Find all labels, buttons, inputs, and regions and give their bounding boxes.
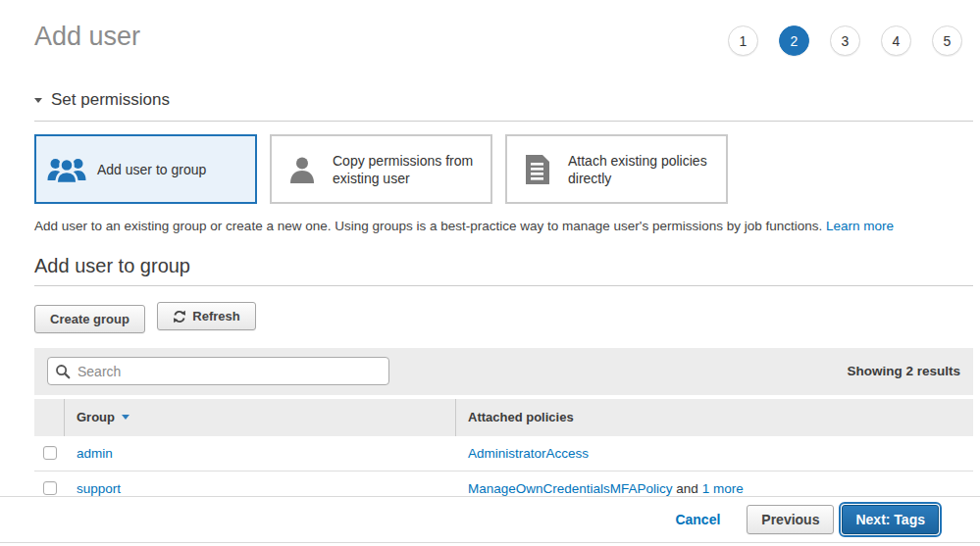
cancel-link[interactable]: Cancel bbox=[675, 512, 720, 527]
set-permissions-header[interactable]: Set permissions bbox=[34, 90, 973, 122]
policy-link[interactable]: AdministratorAccess bbox=[468, 446, 589, 461]
group-actions: Create group Refresh bbox=[34, 302, 973, 333]
option-add-user-to-group[interactable]: Add user to group bbox=[34, 134, 257, 204]
step-2-active[interactable]: 2 bbox=[779, 25, 809, 56]
description-text: Add user to an existing group or create … bbox=[34, 219, 826, 233]
page-header: Add user 1 2 3 4 5 bbox=[0, 0, 980, 78]
results-count: Showing 2 results bbox=[847, 364, 960, 378]
groups-table: Showing 2 results Group Attached policie… bbox=[34, 348, 973, 507]
document-icon bbox=[507, 155, 568, 184]
group-icon bbox=[36, 155, 97, 184]
more-policies-link[interactable]: 1 more bbox=[702, 481, 744, 496]
option-copy-permissions[interactable]: Copy permissions from existing user bbox=[270, 134, 492, 204]
group-name-link[interactable]: admin bbox=[77, 446, 113, 461]
option-label: Add user to group bbox=[97, 161, 214, 178]
user-icon bbox=[272, 155, 333, 184]
previous-button[interactable]: Previous bbox=[747, 505, 834, 534]
refresh-button[interactable]: Refresh bbox=[157, 302, 255, 330]
wizard-footer: Cancel Previous Next: Tags bbox=[0, 496, 980, 543]
wizard-steps: 1 2 3 4 5 bbox=[728, 25, 962, 56]
row-checkbox[interactable] bbox=[43, 446, 57, 460]
table-row-admin: admin AdministratorAccess bbox=[34, 436, 973, 472]
learn-more-link[interactable]: Learn more bbox=[826, 219, 894, 233]
policy-connector: and bbox=[673, 481, 702, 496]
search-input[interactable] bbox=[47, 357, 389, 385]
step-1[interactable]: 1 bbox=[728, 25, 758, 56]
page-title: Add user bbox=[34, 22, 140, 52]
table-toolbar: Showing 2 results bbox=[34, 348, 973, 395]
collapse-caret-icon bbox=[34, 98, 42, 103]
column-header-attached-policies: Attached policies bbox=[456, 399, 973, 436]
permission-option-cards: Add user to group Copy permissions from … bbox=[34, 134, 973, 204]
search-wrap bbox=[47, 357, 389, 385]
policies-column-label: Attached policies bbox=[468, 410, 574, 424]
step-3[interactable]: 3 bbox=[830, 25, 860, 56]
step-4[interactable]: 4 bbox=[881, 25, 911, 56]
group-name-link[interactable]: support bbox=[77, 481, 121, 496]
refresh-label: Refresh bbox=[192, 309, 239, 323]
set-permissions-title: Set permissions bbox=[51, 90, 170, 110]
add-user-to-group-heading: Add user to group bbox=[34, 255, 973, 286]
next-tags-button[interactable]: Next: Tags bbox=[842, 505, 939, 534]
section-description: Add user to an existing group or create … bbox=[34, 219, 973, 233]
row-checkbox[interactable] bbox=[43, 481, 57, 495]
policy-link[interactable]: ManageOwnCredentialsMFAPolicy bbox=[468, 481, 673, 496]
sort-desc-icon[interactable] bbox=[122, 415, 129, 420]
refresh-icon bbox=[173, 310, 186, 323]
create-group-button[interactable]: Create group bbox=[34, 305, 145, 333]
option-label: Attach existing policies directly bbox=[568, 152, 726, 187]
header-checkbox-cell bbox=[34, 399, 65, 436]
group-column-label: Group bbox=[77, 410, 115, 424]
table-header-row: Group Attached policies bbox=[34, 399, 973, 436]
column-header-group[interactable]: Group bbox=[65, 399, 456, 436]
option-label: Copy permissions from existing user bbox=[333, 152, 490, 187]
option-attach-policies[interactable]: Attach existing policies directly bbox=[505, 134, 728, 204]
search-icon bbox=[55, 364, 71, 382]
step-5[interactable]: 5 bbox=[932, 25, 962, 56]
